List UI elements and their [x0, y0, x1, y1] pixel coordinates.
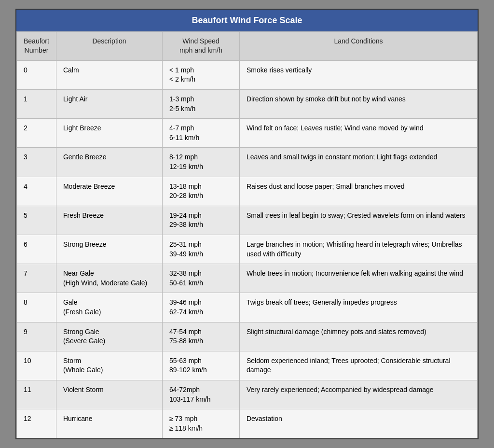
cell-land: Large branches in motion; Whistling hear… — [239, 235, 477, 264]
cell-land: Raises dust and loose paper; Small branc… — [239, 177, 477, 206]
cell-number: 11 — [17, 380, 56, 409]
cell-speed: 19-24 mph29-38 km/h — [162, 206, 239, 235]
cell-speed: 39-46 mph62-74 km/h — [162, 293, 239, 322]
table-row: 6Strong Breeze25-31 mph39-49 km/hLarge b… — [17, 235, 478, 264]
table-row: 5Fresh Breeze19-24 mph29-38 km/hSmall tr… — [17, 206, 478, 235]
header-description: Description — [56, 31, 162, 60]
cell-description: Violent Storm — [56, 380, 162, 409]
cell-description: Near Gale(High Wind, Moderate Gale) — [56, 264, 162, 293]
cell-speed: 13-18 mph20-28 km/h — [162, 177, 239, 206]
cell-description: Moderate Breeze — [56, 177, 162, 206]
cell-number: 2 — [17, 119, 56, 148]
cell-description: Strong Gale(Severe Gale) — [56, 322, 162, 351]
table-row: 8Gale(Fresh Gale)39-46 mph62-74 km/hTwig… — [17, 293, 478, 322]
cell-speed: 25-31 mph39-49 km/h — [162, 235, 239, 264]
cell-number: 5 — [17, 206, 56, 235]
header-speed: Wind Speedmph and km/h — [162, 31, 239, 60]
header-row: BeaufortNumber Description Wind Speedmph… — [17, 31, 478, 60]
cell-speed: 55-63 mph89-102 km/h — [162, 351, 239, 380]
cell-description: Strong Breeze — [56, 235, 162, 264]
cell-number: 12 — [17, 409, 56, 438]
cell-land: Direction shown by smoke drift but not b… — [239, 90, 477, 119]
table-row: 11Violent Storm64-72mph103-117 km/hVery … — [17, 380, 478, 409]
cell-land: Leaves and small twigs in constant motio… — [239, 148, 477, 177]
cell-speed: ≥ 73 mph≥ 118 km/h — [162, 409, 239, 438]
cell-number: 3 — [17, 148, 56, 177]
cell-speed: 8-12 mph12-19 km/h — [162, 148, 239, 177]
cell-number: 8 — [17, 293, 56, 322]
table-row: 4Moderate Breeze13-18 mph20-28 km/hRaise… — [17, 177, 478, 206]
table-row: 1Light Air1-3 mph2-5 km/hDirection shown… — [17, 90, 478, 119]
cell-description: Fresh Breeze — [56, 206, 162, 235]
cell-number: 9 — [17, 322, 56, 351]
table-title: Beaufort Wind Force Scale — [16, 10, 478, 31]
cell-land: Small trees in leaf begin to sway; Crest… — [239, 206, 477, 235]
cell-description: Hurricane — [56, 409, 162, 438]
cell-speed: 47-54 mph75-88 km/h — [162, 322, 239, 351]
cell-description: Light Breeze — [56, 119, 162, 148]
cell-speed: 4-7 mph6-11 km/h — [162, 119, 239, 148]
cell-land: Whole trees in motion; Inconvenience fel… — [239, 264, 477, 293]
cell-number: 0 — [17, 60, 56, 89]
cell-speed: 32-38 mph50-61 km/h — [162, 264, 239, 293]
table-row: 10Storm(Whole Gale)55-63 mph89-102 km/hS… — [17, 351, 478, 380]
cell-land: Devastation — [239, 409, 477, 438]
cell-number: 10 — [17, 351, 56, 380]
cell-speed: 1-3 mph2-5 km/h — [162, 90, 239, 119]
cell-description: Gentle Breeze — [56, 148, 162, 177]
cell-land: Smoke rises vertically — [239, 60, 477, 89]
cell-land: Twigs break off trees; Generally impedes… — [239, 293, 477, 322]
cell-description: Gale(Fresh Gale) — [56, 293, 162, 322]
table-row: 3Gentle Breeze8-12 mph12-19 km/hLeaves a… — [17, 148, 478, 177]
cell-land: Slight structural damage (chimney pots a… — [239, 322, 477, 351]
cell-speed: 64-72mph103-117 km/h — [162, 380, 239, 409]
header-land: Land Conditions — [239, 31, 477, 60]
cell-description: Calm — [56, 60, 162, 89]
cell-number: 7 — [17, 264, 56, 293]
table-row: 12Hurricane≥ 73 mph≥ 118 km/hDevastation — [17, 409, 478, 438]
cell-number: 6 — [17, 235, 56, 264]
cell-land: Very rarely experienced; Accompanied by … — [239, 380, 477, 409]
table-row: 7Near Gale(High Wind, Moderate Gale)32-3… — [17, 264, 478, 293]
cell-number: 1 — [17, 90, 56, 119]
cell-land: Seldom experienced inland; Trees uproote… — [239, 351, 477, 380]
cell-land: Wind felt on face; Leaves rustle; Wind v… — [239, 119, 477, 148]
cell-number: 4 — [17, 177, 56, 206]
cell-description: Light Air — [56, 90, 162, 119]
beaufort-scale-table: Beaufort Wind Force Scale BeaufortNumber… — [15, 9, 479, 440]
table-row: 9Strong Gale(Severe Gale)47-54 mph75-88 … — [17, 322, 478, 351]
table-row: 0Calm< 1 mph< 2 km/hSmoke rises vertical… — [17, 60, 478, 89]
cell-description: Storm(Whole Gale) — [56, 351, 162, 380]
cell-speed: < 1 mph< 2 km/h — [162, 60, 239, 89]
header-number: BeaufortNumber — [17, 31, 56, 60]
table-row: 2Light Breeze4-7 mph6-11 km/hWind felt o… — [17, 119, 478, 148]
